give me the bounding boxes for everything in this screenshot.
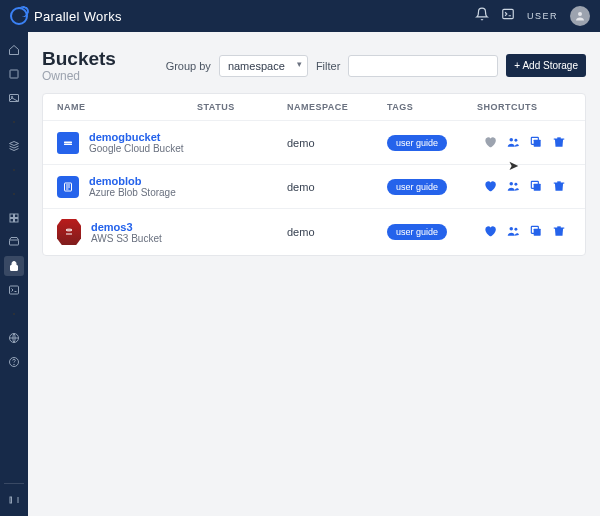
avatar[interactable] — [570, 6, 590, 26]
namespace-cell: demo — [287, 226, 387, 238]
copy-icon[interactable] — [529, 179, 543, 195]
svg-rect-11 — [15, 219, 19, 223]
svg-rect-24 — [534, 139, 541, 146]
groupby-label: Group by — [166, 60, 211, 72]
svg-point-1 — [578, 12, 582, 16]
delete-icon[interactable] — [552, 179, 566, 195]
sidebar-dot-icon[interactable] — [4, 112, 24, 132]
svg-point-27 — [510, 181, 514, 185]
svg-rect-2 — [10, 70, 18, 78]
sidebar-terminal-icon[interactable] — [4, 280, 24, 300]
tag-pill[interactable]: user guide — [387, 224, 447, 240]
bucket-name-link[interactable]: demoblob — [89, 175, 176, 187]
bell-icon[interactable] — [475, 7, 489, 25]
svg-point-23 — [514, 138, 517, 141]
share-icon[interactable] — [506, 179, 520, 195]
svg-rect-21 — [64, 143, 72, 145]
sidebar-dot-icon[interactable] — [4, 160, 24, 180]
svg-rect-10 — [10, 219, 14, 223]
sidebar-home-icon[interactable] — [4, 40, 24, 60]
buckets-table: NAME STATUS NAMESPACE TAGS SHORTCUTS dem… — [42, 93, 586, 256]
sidebar-image-icon[interactable] — [4, 88, 24, 108]
svg-rect-20 — [64, 141, 72, 143]
sidebar — [0, 32, 28, 516]
svg-point-28 — [514, 182, 517, 185]
tag-pill[interactable]: user guide — [387, 135, 447, 151]
table-row: demoblob Azure Blob Storage demo user gu… — [43, 164, 585, 208]
col-tags: TAGS — [387, 102, 477, 112]
table-row: demos3 AWS S3 Bucket demo user guide — [43, 208, 585, 255]
brand-text: Parallel Works — [34, 9, 122, 24]
svg-point-22 — [510, 137, 514, 141]
terminal-icon[interactable] — [501, 7, 515, 25]
svg-rect-14 — [10, 286, 19, 294]
bucket-name-link[interactable]: demos3 — [91, 221, 162, 233]
col-status: STATUS — [197, 102, 287, 112]
svg-rect-0 — [503, 9, 514, 18]
favorite-icon[interactable] — [483, 224, 497, 240]
svg-point-5 — [13, 121, 15, 123]
bucket-provider-label: Azure Blob Storage — [89, 187, 176, 198]
col-namespace: NAMESPACE — [287, 102, 387, 112]
sidebar-collapse-icon[interactable] — [4, 490, 24, 510]
copy-icon[interactable] — [529, 224, 543, 240]
svg-point-33 — [514, 228, 517, 231]
gcs-provider-icon — [57, 132, 79, 154]
bucket-name-link[interactable]: demogbucket — [89, 131, 184, 143]
sidebar-lock-icon[interactable] — [4, 256, 24, 276]
svg-point-6 — [13, 169, 15, 171]
share-icon[interactable] — [506, 135, 520, 151]
svg-rect-19 — [10, 497, 12, 503]
svg-point-32 — [510, 227, 514, 231]
table-row: demogbucket Google Cloud Bucket demo use… — [43, 120, 585, 164]
favorite-icon[interactable] — [483, 179, 497, 195]
copy-icon[interactable] — [529, 135, 543, 151]
bucket-provider-label: AWS S3 Bucket — [91, 233, 162, 244]
delete-icon[interactable] — [552, 224, 566, 240]
azure-provider-icon — [57, 176, 79, 198]
svg-rect-9 — [15, 214, 19, 218]
add-storage-button[interactable]: + Add Storage — [506, 54, 586, 77]
brand: Parallel Works — [10, 7, 122, 25]
user-label: USER — [527, 11, 558, 21]
svg-rect-13 — [11, 266, 18, 271]
groupby-select[interactable]: namespace — [219, 55, 308, 77]
svg-point-15 — [13, 313, 15, 315]
sidebar-stack-icon[interactable] — [4, 136, 24, 156]
favorite-icon[interactable] — [483, 135, 497, 151]
sidebar-help-icon[interactable] — [4, 352, 24, 372]
share-icon[interactable] — [506, 224, 520, 240]
namespace-cell: demo — [287, 181, 387, 193]
filter-label: Filter — [316, 60, 340, 72]
col-shortcuts: SHORTCUTS — [477, 102, 571, 112]
svg-rect-34 — [534, 229, 541, 236]
svg-rect-8 — [10, 214, 14, 218]
aws-provider-icon — [57, 219, 81, 245]
svg-rect-29 — [534, 183, 541, 190]
delete-icon[interactable] — [552, 135, 566, 151]
filter-input[interactable] — [348, 55, 498, 77]
sidebar-grid-icon[interactable] — [4, 208, 24, 228]
sidebar-box-icon[interactable] — [4, 64, 24, 84]
sidebar-dot-icon[interactable] — [4, 184, 24, 204]
namespace-cell: demo — [287, 137, 387, 149]
page-title: Buckets — [42, 48, 116, 70]
page-subtitle: Owned — [42, 69, 116, 83]
sidebar-dot-icon[interactable] — [4, 304, 24, 324]
svg-rect-12 — [10, 240, 19, 245]
sidebar-drive-icon[interactable] — [4, 232, 24, 252]
col-name: NAME — [57, 102, 197, 112]
bucket-provider-label: Google Cloud Bucket — [89, 143, 184, 154]
svg-point-18 — [14, 364, 15, 365]
brand-logo-icon — [10, 7, 28, 25]
tag-pill[interactable]: user guide — [387, 179, 447, 195]
svg-point-7 — [13, 193, 15, 195]
sidebar-globe-icon[interactable] — [4, 328, 24, 348]
